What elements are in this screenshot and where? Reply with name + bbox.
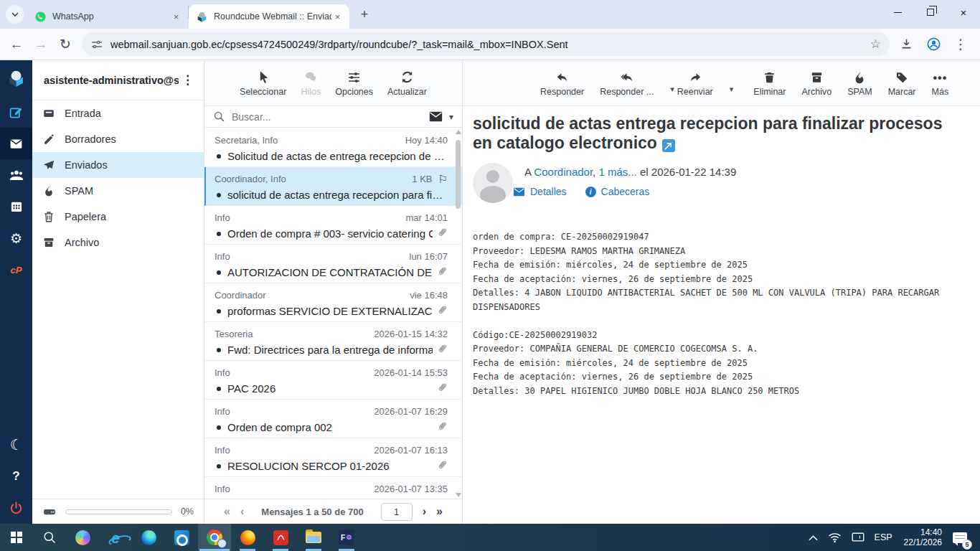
tray-expand-button[interactable]: [804, 524, 823, 551]
search-options-chevron[interactable]: ▾: [449, 112, 453, 122]
chrome-button[interactable]: [198, 524, 231, 551]
list-scrollbar[interactable]: [455, 130, 461, 497]
message-row[interactable]: Info lun 16:07 ⚐ AUTORIZACION DE CONTRAT…: [204, 245, 462, 283]
more-button[interactable]: ••• Más: [932, 69, 949, 97]
tab-whatsapp[interactable]: WhatsApp ×: [27, 4, 188, 29]
reply-all-button[interactable]: Responder ...: [600, 69, 654, 97]
cpanel-button[interactable]: cP: [0, 254, 32, 286]
notification-center-button[interactable]: 5: [948, 524, 976, 551]
tab-search-button[interactable]: [6, 5, 24, 24]
threads-button[interactable]: Hilos: [301, 69, 321, 97]
spam-button[interactable]: SPAM: [847, 69, 872, 97]
forward-button[interactable]: Reenviar: [677, 69, 713, 97]
page-number-input[interactable]: [381, 503, 413, 521]
firefox-button[interactable]: [231, 524, 264, 551]
message-date: lun 16:07: [410, 251, 448, 262]
site-settings-icon[interactable]: [90, 38, 103, 51]
folder-papelera[interactable]: Papelera: [32, 204, 204, 230]
message-row[interactable]: Info 2026-01-07 13:35 ⚐: [204, 477, 462, 499]
scrollbar-thumb[interactable]: [456, 140, 461, 209]
restore-button[interactable]: [914, 0, 947, 24]
outlook-button[interactable]: [165, 524, 198, 551]
reload-button[interactable]: ↻: [53, 32, 77, 57]
more-recipients-link[interactable]: 1 más...: [598, 166, 636, 178]
message-row[interactable]: Secretaria, Info Hoy 14:40 ⚐ Solicitud d…: [204, 128, 462, 167]
folder-enviados[interactable]: Enviados: [32, 152, 204, 178]
archive-button[interactable]: Archivo: [801, 69, 831, 97]
dark-mode-button[interactable]: ☾: [0, 429, 32, 461]
file-explorer-button[interactable]: [297, 524, 330, 551]
compose-button[interactable]: [0, 96, 32, 128]
search-input[interactable]: [232, 111, 423, 123]
scroll-up-arrow[interactable]: [456, 130, 461, 134]
virtual-desktop-button[interactable]: [847, 524, 870, 551]
profile-button[interactable]: [921, 32, 946, 57]
wifi-button[interactable]: [823, 524, 847, 551]
bookmark-star-icon[interactable]: ☆: [870, 37, 881, 52]
delete-button[interactable]: Eliminar: [753, 69, 786, 97]
clock[interactable]: 14:40 22/1/2026: [897, 527, 948, 547]
first-page-button[interactable]: «: [224, 505, 230, 518]
next-page-button[interactable]: ›: [423, 505, 426, 518]
prev-page-button[interactable]: ‹: [240, 505, 244, 518]
options-button[interactable]: Opciones: [335, 69, 373, 97]
forward-menu-caret[interactable]: ▾: [730, 85, 734, 94]
external-link-icon[interactable]: [662, 139, 675, 152]
message-row[interactable]: Coordinador, Info 1 KB ⚐ solicitud de ac…: [204, 167, 462, 206]
start-button[interactable]: [0, 524, 33, 551]
minimize-button[interactable]: [881, 0, 914, 24]
help-button[interactable]: ?: [0, 461, 32, 492]
details-toggle[interactable]: Detalles: [513, 186, 567, 197]
search-scope-mail-icon[interactable]: [429, 111, 443, 122]
logout-button[interactable]: [0, 492, 32, 524]
more-dots-icon: •••: [933, 69, 947, 85]
folder-entrada[interactable]: Entrada: [32, 100, 204, 126]
settings-button[interactable]: ⚙: [0, 222, 32, 254]
contacts-button[interactable]: [0, 159, 32, 191]
back-button[interactable]: ←: [4, 32, 29, 57]
browser-menu-button[interactable]: ⋮: [948, 32, 973, 57]
account-menu-button[interactable]: ⋮: [179, 72, 197, 88]
message-row[interactable]: Info 2026-01-07 16:29 ⚐ Orden de compra …: [204, 400, 462, 438]
message-row[interactable]: Info 2026-01-14 15:53 ⚐ PAC 2026: [204, 361, 462, 400]
reply-button[interactable]: Responder: [540, 69, 584, 97]
address-bar[interactable]: webmail.sanjuan.gob.ec/cpsess4724500249/…: [82, 32, 890, 56]
attachment-icon: [437, 227, 448, 241]
refresh-button[interactable]: Actualizar: [387, 69, 427, 97]
last-page-button[interactable]: »: [436, 505, 443, 518]
message-row[interactable]: Coordinador vie 16:48 ⚐ proformas SERVIC…: [204, 283, 462, 322]
folder-spam[interactable]: SPAM: [32, 178, 204, 204]
headers-toggle[interactable]: i Cabeceras: [585, 186, 650, 197]
message-row[interactable]: Tesoreria 2026-01-15 14:32 ⚐ Fwd: Direct…: [204, 322, 462, 361]
pinned-app-button[interactable]: F⚙: [330, 524, 363, 551]
scroll-down-arrow[interactable]: [456, 493, 461, 497]
recipient-link[interactable]: Coordinador: [534, 166, 593, 178]
calendar-button[interactable]: [0, 191, 32, 222]
mark-button[interactable]: Marcar: [888, 69, 916, 97]
message-row[interactable]: Info 2026-01-07 16:13 ⚐ RESOLUCION SERCO…: [204, 438, 462, 477]
tab-close-button[interactable]: ×: [331, 11, 344, 23]
tab-close-button[interactable]: ×: [170, 11, 182, 23]
internet-explorer-button[interactable]: e: [99, 524, 132, 551]
unread-dot: [217, 348, 221, 352]
quota-bar: 0%: [32, 499, 204, 524]
folder-archivo[interactable]: Archivo: [32, 230, 204, 255]
language-indicator[interactable]: ESP: [870, 524, 897, 551]
acrobat-button[interactable]: [264, 524, 297, 551]
tab-roundcube[interactable]: Roundcube Webmail :: Enviados ×: [189, 4, 349, 29]
select-button[interactable]: Seleccionar: [240, 69, 286, 97]
url-text[interactable]: webmail.sanjuan.gob.ec/cpsess4724500249/…: [110, 39, 864, 50]
message-list: Secretaria, Info Hoy 14:40 ⚐ Solicitud d…: [204, 128, 462, 499]
folder-borradores[interactable]: Borradores: [32, 126, 204, 152]
trash-icon: [763, 70, 776, 85]
mail-nav-button[interactable]: [0, 128, 32, 159]
forward-button[interactable]: →: [29, 32, 53, 57]
close-button[interactable]: ×: [947, 0, 980, 24]
downloads-button[interactable]: [894, 32, 918, 57]
new-tab-button[interactable]: +: [355, 5, 374, 24]
copilot-button[interactable]: [66, 524, 99, 551]
edge-button[interactable]: [132, 524, 165, 551]
taskbar-search-button[interactable]: [33, 524, 66, 551]
reply-all-menu-caret[interactable]: ▾: [670, 85, 674, 94]
message-row[interactable]: Info mar 14:01 ⚐ Orden de compra # 003- …: [204, 206, 462, 245]
